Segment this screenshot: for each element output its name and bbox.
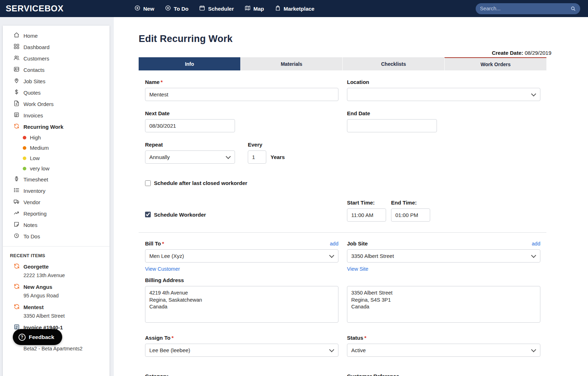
site-address-field[interactable]: 3350 Albert Street Regina, S4S 3P1 Canad… [347,286,540,323]
sidebar-item-timesheet[interactable]: Timesheet [3,174,109,185]
recent-item-mentest[interactable]: Mentest 3350 Albert Street [3,302,109,321]
shopping-bag-icon [275,5,281,12]
schedule-workorder-label[interactable]: Schedule Workorder [154,212,206,218]
tab-work-orders[interactable]: Work Orders [444,57,546,70]
sidebar-item-label: Timesheet [23,176,48,182]
feedback-button[interactable]: ? Feedback [13,329,62,345]
section-divider [139,232,546,233]
nav-item-scheduler[interactable]: Scheduler [199,5,234,12]
billing-address-label: Billing Address [145,277,540,283]
dashboard-icon [14,43,20,51]
bill-to-add-link[interactable]: add [330,241,338,247]
sidebar-item-label: Notes [23,222,37,228]
sidebar-item-inventory[interactable]: Inventory [3,185,109,196]
job-site-select[interactable]: 3350 Albert Street [347,249,540,263]
recent-item-subtitle: 2222 13th Avenue [14,272,106,278]
sidebar-item-quotes[interactable]: Quotes [3,87,109,98]
next-date-label: Next Date [145,110,338,116]
tab-materials[interactable]: Materials [240,57,342,70]
tab-info[interactable]: Info [139,57,240,70]
view-site-link[interactable]: View Site [347,266,368,272]
sidebar-item-notes[interactable]: Notes [3,219,109,231]
sidebar-item-label: Low [30,155,40,161]
search-icon[interactable] [570,6,576,11]
location-select[interactable] [347,88,540,101]
start-time-field[interactable] [347,208,386,222]
sidebar-item-recurring-work[interactable]: Recurring Work [3,121,109,132]
nav-item-label: Marketplace [284,6,315,12]
search-input[interactable] [480,6,570,11]
status-select[interactable]: Active [347,344,540,357]
sidebar-item-reporting[interactable]: Reporting [3,208,109,219]
start-time-label: Start Time: [347,200,386,206]
nav-item-marketplace[interactable]: Marketplace [275,5,315,12]
page-title: Edit Recurring Work [139,33,546,44]
tab-checklists[interactable]: Checklists [342,57,444,70]
recent-item-georgette[interactable]: Georgette 2222 13th Avenue [3,261,109,280]
sidebar-item-label: Medium [30,145,49,151]
feedback-label: Feedback [29,334,54,340]
sidebar-item-to-dos[interactable]: To Dos [3,231,109,242]
list-icon [14,187,20,194]
sidebar-item-dashboard[interactable]: Dashboard [3,41,109,53]
name-field[interactable] [145,88,338,101]
schedule-after-label[interactable]: Schedule after last closed workorder [154,180,247,186]
recurring-icon [14,123,20,130]
priority-dot [23,157,26,160]
category-label: Category [145,373,338,376]
sidebar-item-work-orders[interactable]: Work Orders [3,98,109,110]
view-customer-link[interactable]: View Customer [145,266,180,272]
sidebar-item-label: High [30,134,41,141]
sidebar-item-priority-medium[interactable]: Medium [3,143,109,153]
map-icon [245,5,251,12]
required-asterisk: * [162,240,164,247]
recurring-icon [14,263,20,270]
repeat-select[interactable]: Annually [145,150,235,164]
sidebar-item-label: Dashboard [23,44,49,50]
end-date-field[interactable] [347,119,437,132]
end-time-field[interactable] [391,208,430,222]
nav-item-label: To Do [174,6,188,12]
next-date-field[interactable] [145,119,235,132]
sidebar-item-vendor[interactable]: Vendor [3,196,109,208]
bill-to-select[interactable]: Men Lee (Xyz) [145,249,338,263]
every-field[interactable] [248,150,266,164]
sidebar-item-contacts[interactable]: Contacts [3,64,109,75]
brand-logo[interactable]: SERVICEBOX [0,4,134,14]
billing-address-field[interactable]: 4219 4th Avenue Regina, Saskatchewan Can… [145,286,338,323]
sidebar-item-job-sites[interactable]: Job Sites [3,75,109,87]
sidebar-divider [3,246,109,247]
recent-items-heading: RECENT ITEMS [3,251,109,261]
location-label: Location [347,79,540,85]
home-icon [14,32,20,39]
sidebar-item-customers[interactable]: Customers [3,53,109,64]
sidebar-item-home[interactable]: Home [3,30,109,41]
calendar-icon [199,5,205,12]
sidebar-item-label: To Dos [23,233,40,239]
sidebar-item-priority-very-low[interactable]: very low [3,163,109,174]
contacts-icon [14,66,20,73]
end-date-label: End Date [347,110,540,116]
nav-item-map[interactable]: Map [245,5,264,12]
plus-circle-icon [134,5,140,12]
recent-item-subtitle: 3350 Albert Street [14,313,106,319]
global-search [476,3,580,14]
nav-item-new[interactable]: New [134,5,154,12]
nav-item-label: Scheduler [208,6,234,12]
job-site-add-link[interactable]: add [532,241,540,247]
sidebar-item-priority-high[interactable]: High [3,132,109,143]
sidebar-item-label: Customers [23,55,49,62]
assign-to-select[interactable]: Lee Bee (leebee) [145,344,338,357]
sidebar-item-label: very low [30,165,49,171]
note-icon [14,221,20,228]
schedule-workorder-checkbox[interactable] [145,212,151,217]
nav-item-todo[interactable]: To Do [165,5,188,12]
sidebar-item-priority-low[interactable]: Low [3,153,109,163]
nav-item-label: Map [253,6,264,12]
watch-icon [14,176,20,183]
recent-item-new-angus[interactable]: New Angus 95 Angus Road [3,281,109,300]
end-time-label: End Time: [391,200,430,206]
sidebar-item-invoices[interactable]: Invoices [3,110,109,121]
schedule-after-checkbox[interactable] [145,180,151,186]
sidebar-item-label: Inventory [23,188,46,194]
